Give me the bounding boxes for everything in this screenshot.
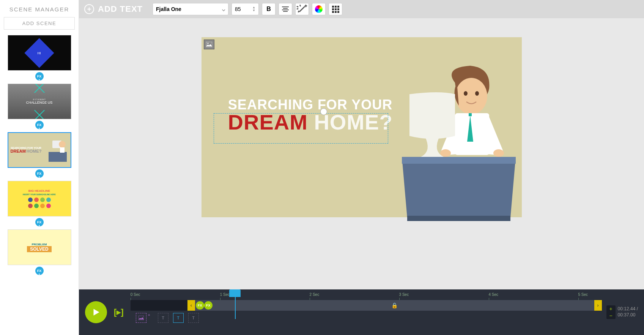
svg-point-2 (59, 141, 66, 148)
scene-fx-2[interactable]: FX (35, 121, 44, 129)
element-text-1[interactable]: T (158, 313, 168, 323)
svg-point-11 (440, 149, 451, 157)
scene-fx-1[interactable]: FX (35, 72, 44, 81)
element-image[interactable] (136, 313, 146, 323)
svg-rect-13 (402, 157, 516, 164)
person-at-desk-illustration (402, 64, 516, 223)
main-area: + ADD TEXT Fjalla One ⌵ 85 ▲▼ B (79, 0, 644, 335)
clip-handle-right[interactable]: › (594, 300, 602, 311)
timeline-playhead[interactable] (229, 289, 241, 297)
timeline-clip[interactable]: ‹ FX 🔒 FX › (187, 300, 602, 311)
timeline-track[interactable]: 0 Sec 1 Sec 2 Sec 3 Sec 4 Sec 5 Sec ‹ FX… (131, 289, 602, 335)
magic-wand-icon (296, 3, 309, 16)
clip-fx-out[interactable]: FX (204, 301, 213, 310)
bold-button[interactable]: B (262, 3, 276, 15)
color-picker-button[interactable] (312, 3, 326, 15)
scene-thumb-4[interactable]: BIG HEADLINE INSERT YOUR SUBHEADLINE HER… (8, 181, 71, 216)
scene-thumb-1[interactable]: HI (8, 35, 71, 71)
magic-effects-button[interactable] (295, 3, 309, 15)
element-text-2[interactable]: T (173, 313, 184, 323)
svg-rect-0 (49, 152, 67, 162)
text-selection-box[interactable] (214, 113, 388, 144)
play-button[interactable] (85, 301, 107, 323)
chevron-down-icon: ⌵ (222, 6, 225, 12)
timeline-panel: [▸] 0 Sec 1 Sec 2 Sec 3 Sec 4 Sec 5 Sec … (79, 289, 644, 335)
scene-thumb-2[interactable]: IF IT DOESN'T CHALLENGE US (8, 84, 71, 119)
image-icon (206, 42, 212, 47)
svg-point-6 (455, 78, 487, 114)
grid-icon (332, 6, 339, 13)
lock-icon[interactable]: 🔒 (391, 302, 398, 308)
plus-icon: + (84, 4, 94, 14)
add-scene-button[interactable]: ADD SCENE (4, 17, 75, 30)
timeline-controls: + − 00:12.44 / 00:37.00 (606, 305, 638, 319)
edit-handle-icon[interactable] (320, 108, 327, 115)
font-select[interactable]: Fjalla One ⌵ (153, 3, 228, 15)
element-text-3[interactable]: T (188, 313, 199, 323)
scene-fx-5[interactable]: FX (35, 267, 44, 275)
zoom-out-button[interactable]: − (606, 312, 616, 319)
zoom-in-button[interactable]: + (606, 305, 616, 312)
image-icon (139, 316, 144, 320)
track-spacer (131, 300, 187, 311)
time-display: 00:12.44 / 00:37.00 (618, 306, 638, 318)
timeline-elements-row: + T T T (131, 312, 602, 324)
play-icon (91, 307, 101, 317)
scene-fx-4[interactable]: FX (35, 218, 44, 226)
scene-thumb-5[interactable]: PROBLEM SOLVED (8, 229, 71, 265)
svg-rect-14 (407, 216, 510, 221)
timeline-ruler: 0 Sec 1 Sec 2 Sec 3 Sec 4 Sec 5 Sec (131, 292, 602, 299)
clip-fx-in[interactable]: FX (196, 301, 204, 310)
canvas-area[interactable]: SEARCHING FOR YOUR DREAM HOME? (79, 18, 644, 289)
background-image-button[interactable] (204, 40, 214, 49)
svg-rect-10 (469, 113, 472, 116)
scene-thumb-3[interactable]: SEARCHING FOR YOUR DREAM HOME? (8, 132, 71, 168)
color-wheel-icon (315, 5, 323, 13)
plus-icon: + (148, 313, 150, 317)
svg-point-8 (475, 91, 479, 96)
grid-apps-button[interactable] (329, 3, 342, 15)
clip-handle-left[interactable]: ‹ (187, 300, 195, 311)
zoom-controls: + − (606, 305, 616, 319)
add-text-button[interactable]: + ADD TEXT (84, 4, 143, 14)
top-toolbar: + ADD TEXT Fjalla One ⌵ 85 ▲▼ B (79, 0, 644, 18)
sidebar-title: SCENE MANAGER (4, 6, 75, 13)
align-button[interactable] (279, 3, 292, 15)
scene-manager-sidebar: SCENE MANAGER ADD SCENE HI FX IF IT DOES… (0, 0, 79, 335)
svg-rect-15 (139, 316, 144, 320)
svg-point-7 (464, 91, 468, 96)
svg-point-5 (207, 43, 208, 44)
scene-fx-3[interactable]: FX (35, 169, 44, 178)
svg-point-12 (493, 149, 504, 157)
play-segment-button[interactable]: [▸] (112, 307, 126, 317)
font-size-input[interactable]: 85 ▲▼ (231, 3, 259, 15)
canvas[interactable]: SEARCHING FOR YOUR DREAM HOME? (202, 37, 522, 217)
svg-rect-3 (60, 147, 65, 153)
size-stepper-icon: ▲▼ (252, 6, 255, 12)
